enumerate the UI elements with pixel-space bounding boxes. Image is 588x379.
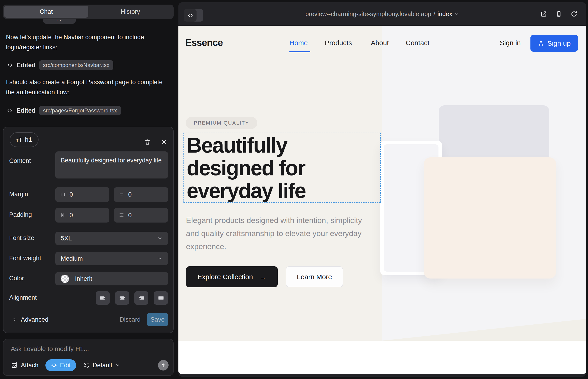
typography-icon: TT bbox=[16, 136, 22, 143]
sign-in-link[interactable]: Sign in bbox=[500, 39, 521, 47]
explore-collection-button[interactable]: Explore Collection → bbox=[186, 266, 278, 287]
edited-label: Edited bbox=[16, 62, 35, 69]
padding-y-input[interactable]: 0 bbox=[114, 208, 168, 222]
composer-input[interactable] bbox=[11, 345, 157, 353]
nav-link-products[interactable]: Products bbox=[325, 39, 352, 47]
preview-browser-frame: preview--charming-site-symphony.lovable.… bbox=[178, 2, 586, 377]
align-left-icon bbox=[99, 295, 106, 301]
tab-history[interactable]: History bbox=[88, 6, 172, 18]
advanced-toggle[interactable]: Advanced bbox=[12, 316, 48, 323]
file-chip[interactable]: src/components/Navbar.tsx bbox=[39, 60, 113, 70]
sliders-icon bbox=[83, 362, 90, 369]
arrow-right-icon: → bbox=[259, 273, 266, 281]
padding-horizontal-icon bbox=[60, 212, 66, 218]
hero-diagonal-shape bbox=[382, 319, 586, 341]
margin-x-input[interactable]: 0 bbox=[55, 187, 109, 202]
lovable-app: Chat History ·· Now let's update the Nav… bbox=[0, 0, 588, 379]
padding-vertical-icon bbox=[119, 212, 124, 218]
nav-link-home[interactable]: Home bbox=[289, 39, 308, 47]
url-bar[interactable]: preview--charming-site-symphony.lovable.… bbox=[178, 2, 586, 26]
external-link-icon bbox=[540, 11, 547, 17]
edited-label: Edited bbox=[16, 107, 35, 114]
code-icon bbox=[7, 108, 13, 113]
arrow-up-icon bbox=[160, 362, 166, 368]
chevron-down-icon bbox=[157, 256, 163, 261]
save-button[interactable]: Save bbox=[147, 313, 168, 326]
refresh-icon bbox=[571, 11, 577, 17]
tab-chat[interactable]: Chat bbox=[4, 6, 88, 18]
chat-message: Now let's update the Navbar component to… bbox=[6, 32, 168, 52]
margin-horizontal-icon bbox=[60, 191, 66, 198]
align-right-icon bbox=[138, 295, 145, 301]
align-justify-icon bbox=[157, 295, 164, 301]
edited-file-row: Edited src/pages/ForgotPassword.tsx bbox=[7, 106, 121, 116]
font-weight-select[interactable]: Medium bbox=[55, 252, 168, 265]
discard-button[interactable]: Discard bbox=[120, 316, 140, 323]
align-left-button[interactable] bbox=[96, 291, 110, 305]
chevron-down-icon bbox=[115, 363, 120, 368]
send-button[interactable] bbox=[158, 360, 169, 371]
align-center-button[interactable] bbox=[115, 291, 129, 305]
hero-description: Elegant products designed with intention… bbox=[186, 214, 372, 253]
premium-quality-badge: PREMIUM QUALITY bbox=[186, 117, 257, 129]
alignment-label: Alignment bbox=[9, 294, 37, 301]
scrolled-chip-partial: ·· bbox=[43, 19, 76, 24]
chevron-right-icon bbox=[12, 317, 17, 322]
align-right-button[interactable] bbox=[134, 291, 148, 305]
hero-heading[interactable]: Beautifully designed for everyday life bbox=[187, 134, 306, 202]
chat-history-tabbar: Chat History bbox=[3, 5, 174, 19]
attach-button[interactable]: Attach bbox=[11, 362, 39, 369]
preview-page: Essence Home Products About Contact Sign… bbox=[178, 26, 586, 374]
delete-element-button[interactable] bbox=[141, 136, 154, 148]
content-label: Content bbox=[9, 157, 31, 164]
learn-more-button[interactable]: Learn More bbox=[286, 266, 343, 287]
open-in-new-tab-button[interactable] bbox=[540, 11, 547, 17]
padding-label: Padding bbox=[9, 211, 32, 218]
nav-link-contact[interactable]: Contact bbox=[406, 39, 429, 47]
margin-vertical-icon bbox=[119, 191, 124, 198]
composer: Attach Edit Default bbox=[3, 339, 174, 376]
mobile-view-button[interactable] bbox=[556, 11, 562, 17]
advanced-row: Advanced Discard Save bbox=[12, 313, 168, 326]
sign-up-button[interactable]: Sign up bbox=[530, 35, 578, 52]
preview-url: preview--charming-site-symphony.lovable.… bbox=[306, 11, 431, 18]
content-textarea[interactable]: Beautifully designed for everyday life bbox=[55, 151, 168, 178]
element-tag: h1 bbox=[25, 136, 32, 143]
padding-x-input[interactable]: 0 bbox=[55, 208, 109, 222]
chevron-down-icon bbox=[454, 12, 459, 16]
align-center-icon bbox=[119, 295, 126, 301]
decor-cream-rect bbox=[424, 157, 556, 279]
refresh-button[interactable] bbox=[571, 11, 577, 17]
active-nav-underline bbox=[289, 51, 310, 52]
browser-topbar: preview--charming-site-symphony.lovable.… bbox=[178, 2, 586, 26]
attach-image-icon bbox=[11, 362, 18, 369]
color-swatch-inherit bbox=[61, 275, 69, 283]
font-size-select[interactable]: 5XL bbox=[55, 232, 168, 245]
nav-link-about[interactable]: About bbox=[371, 39, 389, 47]
user-icon bbox=[538, 40, 544, 47]
selected-element-chip: TT h1 bbox=[10, 132, 39, 147]
edited-file-row: Edited src/components/Navbar.tsx bbox=[7, 60, 113, 70]
color-select[interactable]: Inherit bbox=[55, 272, 168, 285]
align-justify-button[interactable] bbox=[154, 291, 168, 305]
page-white-section bbox=[178, 341, 586, 374]
mode-select[interactable]: Default bbox=[83, 362, 120, 369]
edit-mode-button[interactable]: Edit bbox=[46, 359, 76, 371]
color-label: Color bbox=[9, 275, 24, 282]
smartphone-icon bbox=[556, 11, 562, 17]
font-weight-label: Font weight bbox=[9, 255, 41, 262]
chat-message: I should also create a Forgot Password p… bbox=[6, 77, 168, 97]
margin-label: Margin bbox=[9, 191, 28, 198]
code-icon bbox=[7, 62, 13, 68]
margin-y-input[interactable]: 0 bbox=[114, 187, 168, 202]
page-name: index bbox=[438, 11, 452, 18]
element-editor-panel: TT h1 Content Beautifully designed for e… bbox=[3, 127, 174, 333]
close-panel-button[interactable] bbox=[157, 136, 170, 148]
site-logo[interactable]: Essence bbox=[185, 37, 223, 48]
chevron-down-icon bbox=[157, 236, 163, 241]
font-size-label: Font size bbox=[9, 235, 34, 242]
target-icon bbox=[51, 362, 57, 368]
file-chip[interactable]: src/pages/ForgotPassword.tsx bbox=[39, 106, 121, 115]
